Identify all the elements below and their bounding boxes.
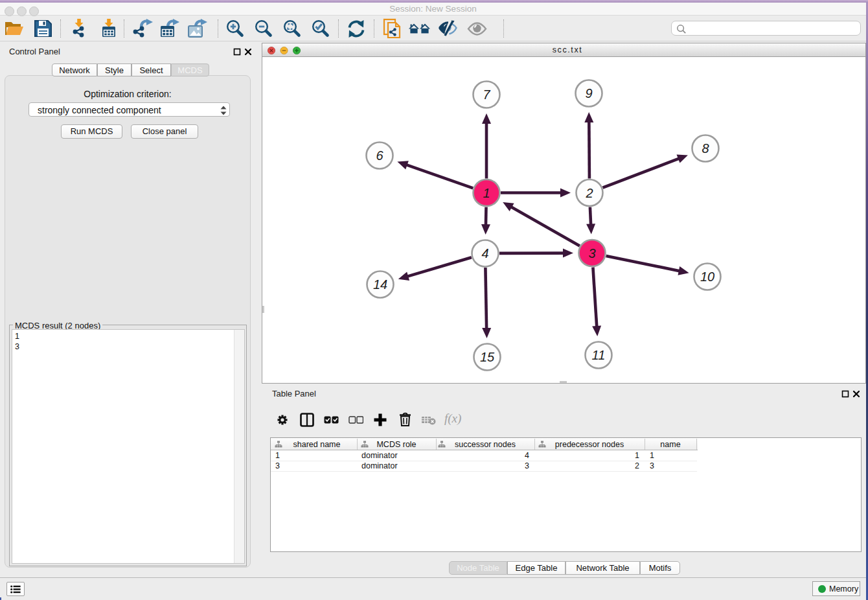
svg-text:11: 11 — [592, 348, 606, 362]
svg-text:4: 4 — [481, 246, 488, 260]
svg-text:2: 2 — [585, 186, 593, 200]
svg-text:3: 3 — [588, 246, 595, 260]
svg-text:9: 9 — [585, 86, 592, 100]
svg-text:14: 14 — [373, 277, 387, 292]
svg-text:6: 6 — [376, 148, 383, 163]
svg-text:1: 1 — [483, 186, 490, 200]
svg-text:8: 8 — [702, 141, 709, 156]
svg-text:7: 7 — [483, 87, 490, 102]
svg-text:10: 10 — [700, 270, 714, 284]
svg-text:15: 15 — [480, 350, 495, 364]
